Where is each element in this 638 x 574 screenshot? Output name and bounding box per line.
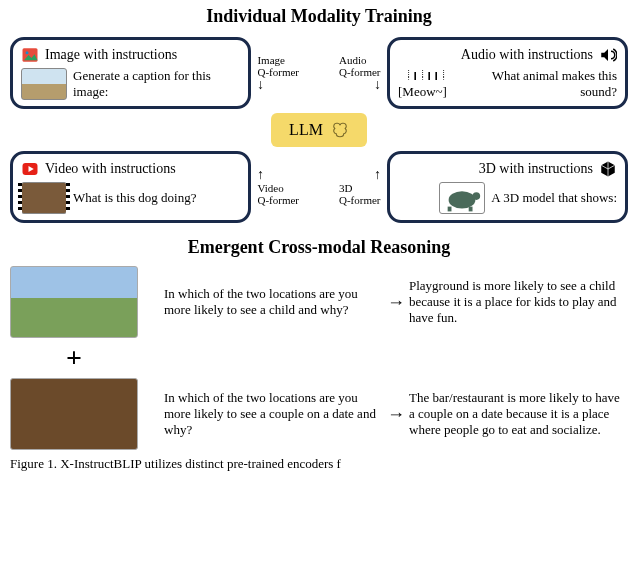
audio-box-header: Audio with instructions xyxy=(398,46,617,64)
image-box: Image with instructions Generate a capti… xyxy=(10,37,251,109)
video-instruction: What is this dog doing? xyxy=(73,190,197,206)
svg-rect-6 xyxy=(469,207,473,212)
video-qformer-label: Video Q-former xyxy=(257,182,299,206)
figure-caption: Figure 1. X-InstructBLIP utilizes distin… xyxy=(10,456,628,472)
dog-thumb xyxy=(21,182,67,214)
speaker-icon xyxy=(599,46,617,64)
car-thumb xyxy=(21,68,67,100)
image-box-body: Generate a caption for this image: xyxy=(21,68,240,100)
arrow-down-icon: ↓ xyxy=(257,78,264,92)
waveform-icon: ⸽∣⸽∣∣⸽ xyxy=(405,68,447,83)
arrow-up-icon: ↑ xyxy=(257,168,264,182)
image-box-header: Image with instructions xyxy=(21,46,240,64)
audio-box-body: What animal makes this sound? ⸽∣⸽∣∣⸽ [Me… xyxy=(398,68,617,100)
svg-point-1 xyxy=(26,51,29,54)
brain-icon xyxy=(331,121,349,139)
video-box-header-text: Video with instructions xyxy=(45,161,176,177)
audio-qformer-label: Audio Q-former xyxy=(339,54,381,78)
playground-image xyxy=(10,266,138,338)
section-title-mid: Emergent Cross-modal Reasoning xyxy=(10,237,628,258)
video-box-header: Video with instructions xyxy=(21,160,240,178)
video-box: Video with instructions What is this dog… xyxy=(10,151,251,223)
image-instruction: Generate a caption for this image: xyxy=(73,68,240,100)
top-connector: Image Q-former Audio Q-former ↓↓ xyxy=(257,54,381,92)
emergent-grid: In which of the two locations are you mo… xyxy=(10,266,628,450)
bar-image xyxy=(10,378,138,450)
svg-point-4 xyxy=(473,192,481,200)
arrow-down-icon: ↓ xyxy=(374,78,381,92)
audio-box: Audio with instructions What animal make… xyxy=(387,37,628,109)
video-icon xyxy=(21,160,39,178)
threeD-instruction: A 3D model that shows: xyxy=(491,190,617,206)
audio-wave: ⸽∣⸽∣∣⸽ [Meow~] xyxy=(398,68,447,100)
answer-1: Playground is more likely to see a child… xyxy=(409,278,628,326)
question-1: In which of the two locations are you mo… xyxy=(164,286,383,318)
image-icon xyxy=(21,46,39,64)
arrow-up-icon: ↑ xyxy=(374,168,381,182)
plus-icon: + xyxy=(10,342,138,374)
image-qformer-label: Image Q-former xyxy=(257,54,299,78)
threeD-qformer-label: 3D Q-former xyxy=(339,182,381,206)
question-2: In which of the two locations are you mo… xyxy=(164,390,383,438)
llm-cell: LLM xyxy=(257,113,381,147)
section-title-top: Individual Modality Training xyxy=(10,6,628,27)
threeD-box: 3D with instructions A 3D model that sho… xyxy=(387,151,628,223)
audio-instruction: What animal makes this sound? xyxy=(453,68,617,100)
answer-2: The bar/restaurant is more likely to hav… xyxy=(409,390,628,438)
audio-wave-text: [Meow~] xyxy=(398,84,447,99)
threeD-box-body: A 3D model that shows: xyxy=(398,182,617,214)
bottom-connector: ↑↑ Video Q-former 3D Q-former xyxy=(257,168,381,206)
svg-rect-5 xyxy=(448,207,452,212)
threeD-box-header: 3D with instructions xyxy=(398,160,617,178)
audio-box-header-text: Audio with instructions xyxy=(461,47,593,63)
svg-point-3 xyxy=(449,191,476,208)
image-box-header-text: Image with instructions xyxy=(45,47,177,63)
turtle-thumb xyxy=(439,182,485,214)
llm-label: LLM xyxy=(289,121,323,139)
threeD-box-header-text: 3D with instructions xyxy=(479,161,593,177)
cube-icon xyxy=(599,160,617,178)
training-grid: Image with instructions Generate a capti… xyxy=(10,37,628,223)
arrow-right-icon: → xyxy=(387,404,405,425)
arrow-right-icon: → xyxy=(387,292,405,313)
llm-box: LLM xyxy=(271,113,367,147)
video-box-body: What is this dog doing? xyxy=(21,182,240,214)
